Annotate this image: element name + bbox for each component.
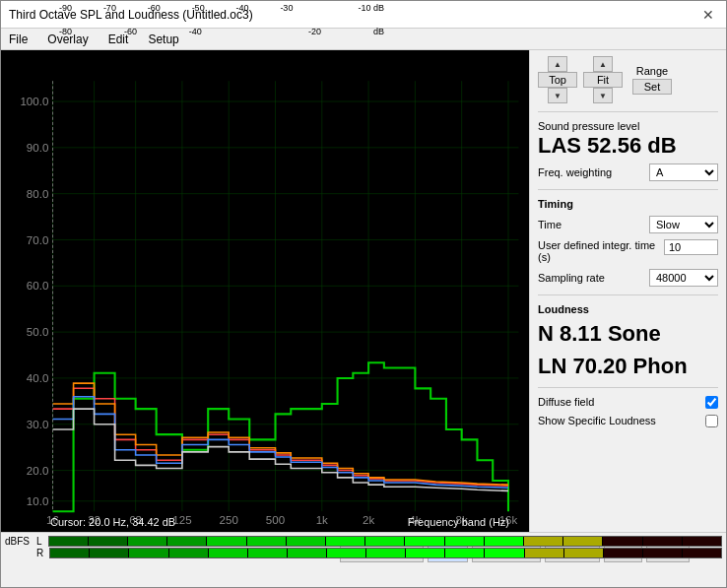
top-nav-group: ▲ Top ▼	[538, 56, 577, 103]
main-window: Third Octave SPL and Loudness (Untitled.…	[0, 0, 727, 588]
nav-controls: ▲ Top ▼ ▲ Fit ▼ Range Set	[538, 56, 718, 103]
diffuse-field-checkbox[interactable]	[705, 396, 718, 409]
svg-text:1k: 1k	[316, 514, 328, 526]
freq-weighting-select[interactable]: A B C D	[649, 163, 718, 181]
fit-up-button[interactable]: ▲	[593, 56, 613, 72]
set-button[interactable]: Set	[632, 79, 672, 95]
fit-label-button[interactable]: Fit	[583, 72, 623, 88]
svg-text:60.0: 60.0	[27, 281, 49, 293]
svg-text:70.0: 70.0	[27, 234, 49, 246]
timing-title: Timing	[538, 198, 718, 210]
time-select[interactable]: Slow Fast Impulse	[649, 216, 718, 233]
svg-text:80.0: 80.0	[27, 188, 49, 200]
loudness-title: Loudness	[538, 303, 718, 315]
user-integr-row: User defined integr. time (s) 10	[538, 239, 718, 263]
freq-weighting-label: Freq. weighting	[538, 166, 612, 178]
svg-text:500: 500	[266, 514, 285, 526]
loudness-sone: N 8.11 Sone	[538, 321, 718, 347]
vu-ticks-L: -90-70-60-50-40-30|-10 dB	[59, 3, 384, 13]
spl-section-title: Sound pressure level	[538, 120, 718, 132]
freq-band-label: Frequency band (Hz)	[408, 516, 509, 528]
svg-text:2k: 2k	[363, 514, 374, 526]
divider-1	[538, 111, 718, 112]
top-up-button[interactable]: ▲	[548, 56, 567, 72]
divider-2	[538, 189, 718, 190]
top-label-button[interactable]: Top	[538, 72, 577, 88]
show-specific-label: Show Specific Loudness	[538, 415, 656, 426]
vu-ticks-R: -80-60-40|-20dB	[59, 27, 384, 36]
dbfs-label: dBFS	[5, 536, 33, 547]
svg-text:20.0: 20.0	[27, 465, 49, 477]
divider-4	[538, 387, 718, 388]
top-down-button[interactable]: ▼	[548, 88, 567, 103]
sampling-rate-row: Sampling rate 44100 48000 96000	[538, 269, 718, 287]
right-panel: ▲ Top ▼ ▲ Fit ▼ Range Set	[529, 50, 726, 532]
close-button[interactable]: ✕	[698, 5, 718, 25]
vu-L-segments	[49, 537, 721, 546]
vu-R-segments	[50, 549, 721, 557]
chart-area: Third octave SPL dB ARTA	[1, 50, 529, 532]
divider-3	[538, 294, 718, 295]
vu-L-row: dBFS L	[1, 533, 726, 548]
svg-text:50.0: 50.0	[27, 326, 49, 338]
svg-text:40.0: 40.0	[27, 372, 49, 384]
fit-nav-group: ▲ Fit ▼	[583, 56, 623, 103]
L-label: L	[36, 536, 42, 547]
svg-text:100.0: 100.0	[20, 96, 48, 107]
freq-weighting-row: Freq. weighting A B C D	[538, 163, 718, 181]
bottom-bar: dBFS L	[1, 532, 726, 587]
diffuse-field-row: Diffuse field	[538, 396, 718, 409]
main-content: Third octave SPL dB ARTA	[1, 50, 726, 532]
menu-file[interactable]: File	[5, 32, 32, 47]
time-label: Time	[538, 219, 562, 230]
chart-svg: 100.0 90.0 80.0 70.0 60.0 50.0 40.0 30.0…	[1, 50, 529, 532]
spl-section: Sound pressure level LAS 52.56 dB	[538, 120, 718, 158]
sampling-rate-select[interactable]: 44100 48000 96000	[649, 269, 718, 287]
sampling-rate-label: Sampling rate	[538, 272, 605, 284]
svg-text:10.0: 10.0	[27, 495, 49, 507]
spl-value: LAS 52.56 dB	[538, 134, 718, 158]
show-specific-checkbox[interactable]	[705, 415, 718, 427]
range-label: Range	[636, 65, 668, 77]
svg-text:250: 250	[220, 514, 238, 526]
vu-R-row: dBFS R	[1, 548, 726, 559]
vu-L-bar	[48, 536, 722, 547]
svg-text:30.0: 30.0	[27, 419, 49, 430]
R-label: R	[36, 548, 43, 558]
diffuse-field-label: Diffuse field	[538, 396, 594, 408]
user-integr-input[interactable]: 10	[664, 239, 718, 255]
time-row: Time Slow Fast Impulse	[538, 216, 718, 233]
svg-text:90.0: 90.0	[27, 142, 49, 154]
show-specific-row: Show Specific Loudness	[538, 415, 718, 427]
loudness-phon: LN 70.20 Phon	[538, 354, 718, 379]
user-integr-label: User defined integr. time (s)	[538, 239, 660, 263]
fit-down-button[interactable]: ▼	[593, 88, 613, 103]
cursor-info: Cursor: 20.0 Hz, 34.42 dB	[50, 516, 175, 528]
vu-R-bar	[49, 548, 722, 558]
chart-outer: Third octave SPL dB ARTA	[1, 50, 529, 532]
